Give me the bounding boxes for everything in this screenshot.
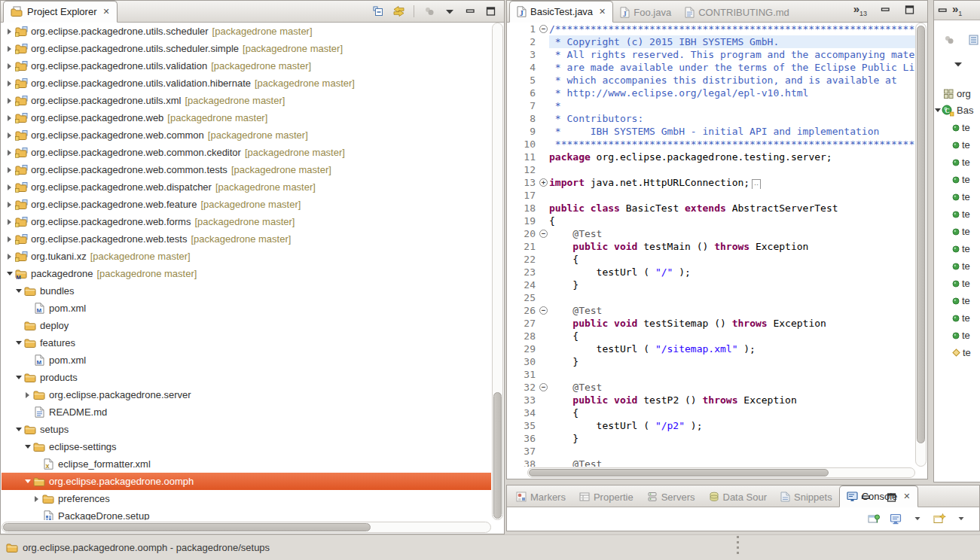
outline-item[interactable]: te — [934, 309, 980, 327]
tab-servers[interactable]: Servers — [640, 487, 702, 507]
minimize-button[interactable] — [858, 490, 873, 505]
expand-arrow-icon[interactable] — [5, 98, 14, 104]
code-line[interactable]: 2 * Copyright (c) 2015 IBH SYSTEMS GmbH. — [508, 35, 915, 48]
code-line[interactable]: 25 — [508, 291, 915, 304]
minimize-button[interactable] — [878, 2, 893, 17]
tree-item[interactable]: README.md — [2, 403, 491, 421]
outline-item[interactable]: te — [934, 171, 980, 188]
display-console-button[interactable] — [888, 511, 903, 526]
code-line[interactable]: 5 * which accompanies this distribution,… — [508, 74, 915, 87]
fold-collapse-icon[interactable]: − — [538, 23, 549, 35]
code-line[interactable]: 29 testUrl ( "/sitemap.xml" ); — [508, 342, 915, 355]
outline-item[interactable]: te — [934, 344, 980, 361]
tab-data-sour[interactable]: Data Sour — [702, 487, 774, 507]
code-line[interactable]: 32− @Test — [508, 381, 915, 394]
code-line[interactable]: 8 * Contributors: — [508, 112, 915, 125]
code-line[interactable]: 7 * — [508, 99, 915, 112]
editor-vscrollbar[interactable] — [915, 23, 927, 467]
tab-snippets[interactable]: Snippets — [774, 487, 839, 507]
tree-item[interactable]: org.eclipse.packagedrone.web.common.cked… — [2, 144, 491, 161]
open-console-button[interactable] — [932, 511, 947, 526]
tree-item[interactable]: org.eclipse.packagedrone.utils.validatio… — [2, 57, 491, 75]
expand-arrow-icon[interactable] — [32, 496, 41, 502]
fold-collapse-icon[interactable]: − — [538, 227, 549, 240]
view-menu-button[interactable] — [951, 56, 966, 72]
tree-item[interactable]: eclipse-settings — [2, 438, 491, 455]
tree-item[interactable]: org.eclipse.packagedrone.oomph — [2, 473, 491, 490]
pin-console-button[interactable] — [866, 511, 881, 526]
hscrollbar-thumb[interactable] — [3, 523, 371, 531]
vscrollbar-thumb[interactable] — [917, 26, 925, 443]
code-line[interactable]: 28 { — [508, 330, 915, 342]
code-line[interactable]: 1−/*************************************… — [508, 23, 915, 35]
outline-item[interactable]: te — [934, 154, 980, 171]
close-icon[interactable]: ✕ — [102, 8, 109, 16]
code-line[interactable]: 31 — [508, 368, 915, 381]
vscrollbar-thumb[interactable] — [493, 392, 502, 519]
minimize-button[interactable] — [937, 5, 948, 16]
outline-item[interactable]: te — [934, 257, 980, 275]
code-line[interactable]: 9 * IBH SYSTEMS GmbH - initial API and i… — [508, 125, 915, 138]
tree-item[interactable]: org.eclipse.packagedrone.utils.xml[packa… — [2, 92, 491, 109]
tree-item[interactable]: org.eclipse.packagedrone.utils.scheduler… — [2, 23, 491, 40]
outline-item[interactable]: te — [934, 136, 980, 154]
tree-item[interactable]: features — [2, 334, 491, 352]
expand-arrow-icon[interactable] — [23, 392, 32, 398]
code-line[interactable]: 33 public void testP2 () throws Exceptio… — [508, 394, 915, 406]
tab-basictest-java[interactable]: JBasicTest.java✕ — [509, 1, 613, 23]
sort-button[interactable] — [967, 32, 980, 47]
project-tree-vscrollbar[interactable] — [492, 23, 503, 520]
open-console-menu-button[interactable] — [954, 511, 969, 526]
code-line[interactable]: 3 * All rights reserved. This program an… — [508, 48, 915, 61]
tree-item[interactable]: xeclipse_formatter.xml — [2, 455, 491, 473]
tree-item[interactable]: org.eclipse.packagedrone.web.forms[packa… — [2, 213, 491, 230]
tree-item[interactable]: org.eclipse.packagedrone.web.feature[pac… — [2, 196, 491, 213]
expand-arrow-icon[interactable] — [5, 29, 14, 35]
code-line[interactable]: 37 — [508, 445, 915, 458]
code-line[interactable]: 11package org.eclipse.packagedrone.testi… — [508, 151, 915, 163]
editor-hscrollbar[interactable] — [527, 467, 915, 478]
collapse-arrow-icon[interactable] — [14, 376, 23, 379]
tree-item[interactable]: Mpackagedrone[packagedrone master] — [2, 265, 491, 282]
project-tree-hscrollbar[interactable] — [2, 522, 491, 533]
code-line[interactable]: 30 } — [508, 355, 915, 368]
tab-overflow-chevron[interactable]: »13 — [853, 3, 867, 17]
maximize-button[interactable] — [902, 2, 917, 17]
outline-item[interactable]: te — [934, 327, 980, 344]
outline-item[interactable]: te — [934, 188, 980, 205]
collapse-arrow-icon[interactable] — [14, 428, 23, 431]
collapse-arrow-icon[interactable] — [14, 289, 23, 293]
link-with-editor-button[interactable] — [391, 4, 406, 19]
outline-item[interactable]: te — [934, 223, 980, 240]
outline-item[interactable]: CBas — [934, 102, 980, 119]
code-line[interactable]: 20− @Test — [508, 227, 915, 240]
code-line[interactable]: 18public class BasicTest extends Abstrac… — [508, 202, 915, 215]
maximize-button[interactable] — [483, 4, 498, 19]
close-icon[interactable]: ✕ — [599, 8, 606, 16]
expand-arrow-icon[interactable] — [5, 219, 14, 225]
code-line[interactable]: 10 *************************************… — [508, 138, 915, 151]
code-line[interactable]: 22 { — [508, 253, 915, 266]
collapse-all-button[interactable] — [371, 4, 386, 19]
outline-item[interactable]: te — [934, 119, 980, 136]
code-line[interactable]: 23 testUrl ( "/" ); — [508, 266, 915, 278]
tree-item[interactable]: org.tukani.xz[packagedrone master] — [2, 248, 491, 265]
expand-arrow-icon[interactable] — [5, 236, 14, 242]
expand-arrow-icon[interactable] — [5, 150, 14, 156]
collapse-arrow-icon[interactable] — [14, 341, 23, 345]
tree-item[interactable]: preferences — [2, 490, 491, 507]
view-menu-button[interactable] — [442, 4, 457, 19]
expand-arrow-icon[interactable] — [5, 167, 14, 173]
expand-arrow-icon[interactable] — [5, 46, 14, 52]
collapse-arrow-icon[interactable] — [5, 272, 14, 275]
code-line[interactable]: 19{ — [508, 215, 915, 227]
collapse-arrow-icon[interactable] — [935, 108, 941, 112]
hscrollbar-thumb[interactable] — [529, 469, 829, 476]
tree-item[interactable]: org.eclipse.packagedrone.web.tests[packa… — [2, 230, 491, 248]
fold-collapse-icon[interactable]: − — [538, 304, 549, 317]
tree-item[interactable]: bundles — [2, 282, 491, 300]
close-icon[interactable]: ✕ — [903, 492, 910, 501]
code-line[interactable]: 34 { — [508, 406, 915, 419]
expand-arrow-icon[interactable] — [5, 63, 14, 69]
tab-foo-java[interactable]: JFoo.java — [613, 2, 678, 22]
